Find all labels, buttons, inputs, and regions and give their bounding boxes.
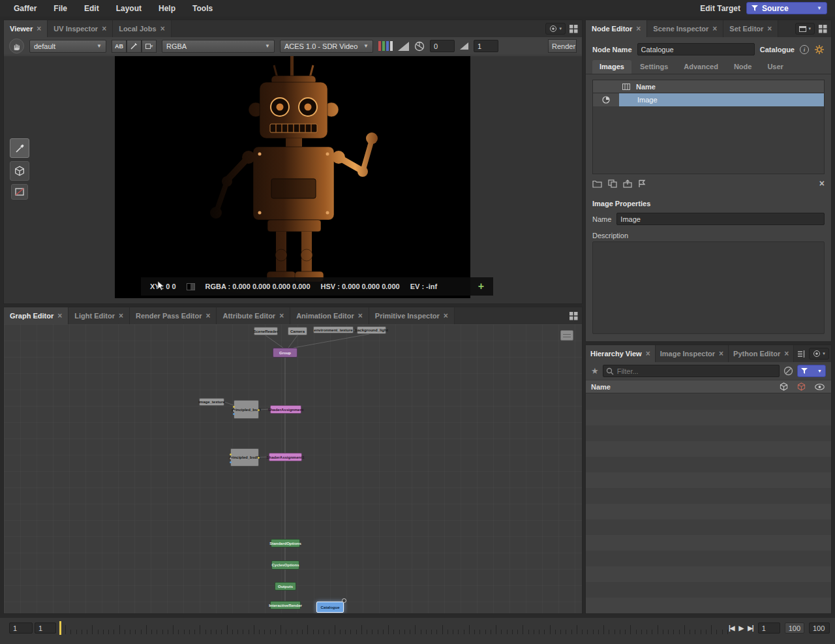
subtab-settings[interactable]: Settings (633, 60, 675, 74)
remove-image-icon[interactable]: × (819, 179, 825, 188)
graph-node-principled_bsdf[interactable]: principled_bsdf (234, 400, 259, 419)
tab-hierarchy-view[interactable]: Hierarchy View× (586, 345, 656, 362)
gear-icon[interactable] (814, 44, 825, 55)
export-image-icon[interactable] (623, 179, 632, 188)
tab-light-editor[interactable]: Light Editor× (68, 307, 130, 324)
close-tab-icon[interactable]: × (646, 349, 650, 358)
close-tab-icon[interactable]: × (444, 311, 448, 320)
tab-animation-editor[interactable]: Animation Editor× (290, 307, 369, 324)
hierarchy-filter-dropdown[interactable]: ▼ (797, 365, 826, 377)
info-icon[interactable]: i (800, 45, 809, 54)
channel-bars-icon[interactable] (378, 41, 393, 51)
property-name-input[interactable] (616, 213, 825, 225)
close-tab-icon[interactable]: × (636, 24, 641, 33)
graph-node-Group[interactable]: Group (273, 348, 297, 358)
compare-mode-button[interactable]: AB (112, 40, 127, 53)
graph-node-environment_texture[interactable]: environment_texture (313, 326, 354, 333)
close-tab-icon[interactable]: × (784, 349, 789, 358)
add-inspector-icon[interactable]: + (478, 281, 484, 292)
end-frame-field[interactable] (809, 622, 830, 634)
exposure-icon[interactable] (414, 41, 425, 52)
tab-node-editor[interactable]: Node Editor× (586, 20, 647, 37)
graph-node-StandardOptions[interactable]: StandardOptions (271, 539, 300, 547)
tab-image-inspector[interactable]: Image Inspector× (656, 345, 729, 362)
subtab-user[interactable]: User (760, 60, 790, 74)
compare-image-dropdown[interactable]: ▾ (142, 40, 157, 53)
tab-graph-editor[interactable]: Graph Editor× (4, 307, 68, 324)
duplicate-image-icon[interactable] (608, 179, 617, 188)
tab-set-editor[interactable]: Set Editor× (723, 20, 778, 37)
exposure-input[interactable] (430, 40, 455, 52)
layout-menu-icon[interactable] (819, 25, 827, 33)
close-tab-icon[interactable]: × (119, 311, 123, 320)
graph-node-SceneReader[interactable]: SceneReader (254, 327, 278, 335)
subtab-node[interactable]: Node (727, 60, 759, 74)
inspector-tool-button[interactable] (10, 161, 29, 181)
gamma-input[interactable] (474, 40, 498, 52)
layout-menu-icon[interactable] (569, 312, 578, 320)
float-panel-button[interactable]: ▾ (795, 23, 815, 35)
edit-target-dropdown[interactable]: Source ▼ (746, 2, 827, 14)
filter-input[interactable] (603, 365, 780, 377)
close-tab-icon[interactable]: × (205, 311, 210, 320)
close-tab-icon[interactable]: × (767, 24, 772, 33)
graph-node-principled_bsdf1[interactable]: principled_bsdf1 (230, 448, 259, 467)
close-tab-icon[interactable]: × (160, 24, 165, 33)
graph-node-CyclesOptions[interactable]: CyclesOptions (271, 560, 299, 570)
timeline-ruler[interactable] (65, 621, 727, 636)
menu-tools[interactable]: Tools (184, 4, 221, 13)
layout-menu-icon[interactable] (569, 25, 578, 33)
gamma-icon[interactable] (460, 42, 468, 50)
tab-scene-inspector[interactable]: Scene Inspector× (647, 20, 723, 37)
tab-uv-inspector[interactable]: UV Inspector× (48, 20, 113, 37)
menu-layout[interactable]: Layout (108, 4, 150, 13)
skip-start-button[interactable]: |◀ (729, 624, 735, 632)
pan-tool-button[interactable] (9, 38, 24, 54)
description-textarea[interactable] (592, 241, 825, 334)
geometry-column-icon[interactable] (780, 382, 788, 391)
frame-field[interactable] (758, 622, 780, 634)
crop-window-tool-button[interactable] (11, 184, 28, 200)
graph-node-background_light[interactable]: background_light (357, 326, 386, 334)
subtab-advanced[interactable]: Advanced (676, 60, 725, 74)
editor-focus-button[interactable]: ▾ (809, 348, 829, 360)
gradient-ramp-icon[interactable] (398, 42, 409, 51)
graph-canvas[interactable]: SceneReaderCameraenvironment_textureback… (4, 324, 582, 613)
render-button[interactable]: Render (548, 39, 577, 53)
editor-focus-button[interactable]: ▾ (545, 23, 566, 35)
clear-filter-icon[interactable] (783, 366, 793, 376)
close-tab-icon[interactable]: × (279, 311, 284, 320)
bookmark-star-icon[interactable]: ★ (591, 367, 599, 375)
timeline-current-field[interactable] (35, 622, 56, 634)
close-tab-icon[interactable]: × (719, 349, 723, 358)
filter-search-box[interactable] (603, 365, 780, 377)
graph-node-ShaderAssignment1[interactable]: ShaderAssignment1 (269, 453, 302, 461)
close-tab-icon[interactable]: × (358, 311, 363, 320)
exclude-column-icon[interactable] (797, 382, 806, 391)
tab-attribute-editor[interactable]: Attribute Editor× (217, 307, 290, 324)
graph-node-image_texture[interactable]: image_texture (199, 398, 224, 406)
wipe-tool-button[interactable] (127, 40, 142, 53)
close-tab-icon[interactable]: × (102, 24, 106, 33)
tab-local-jobs[interactable]: Local Jobs× (113, 20, 171, 37)
view-selector-dropdown[interactable]: default▼ (29, 40, 106, 53)
tab-primitive-inspector[interactable]: Primitive Inspector× (369, 307, 455, 324)
color-picker-tool-button[interactable] (10, 138, 29, 158)
extract-image-icon[interactable] (638, 179, 646, 188)
close-tab-icon[interactable]: × (712, 24, 717, 33)
graph-node-Catalogue[interactable]: Catalogue (316, 602, 344, 613)
graph-node-Outputs[interactable]: Outputs (275, 582, 296, 590)
pin-tabs-icon[interactable] (798, 350, 805, 358)
skip-end-button[interactable]: ▶| (748, 624, 753, 632)
play-button[interactable]: ▶ (738, 624, 743, 632)
current-frame-marker[interactable] (59, 621, 61, 635)
tab-render-pass-editor[interactable]: Render Pass Editor× (130, 307, 217, 324)
graph-node-InteractiveRender[interactable]: InteractiveRender (270, 601, 301, 609)
tab-viewer[interactable]: Viewer× (4, 20, 48, 37)
node-name-input[interactable] (637, 43, 755, 55)
viewer-canvas[interactable]: XY : 0 0 RGBA : 0.000 0.000 0.000 0.000 … (4, 56, 582, 303)
subtab-images[interactable]: Images (592, 60, 631, 74)
graph-node-ShaderAssignment[interactable]: ShaderAssignment (270, 405, 301, 414)
close-tab-icon[interactable]: × (57, 311, 62, 320)
image-row[interactable]: Image (593, 93, 824, 106)
